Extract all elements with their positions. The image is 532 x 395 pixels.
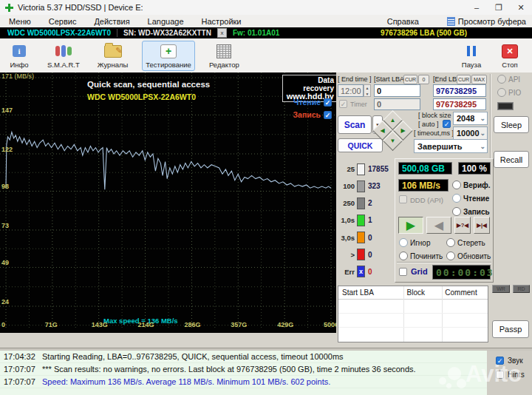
- legend-read[interactable]: Чтение✓: [293, 98, 332, 107]
- toolbar-button-label: S.M.A.R.T: [47, 61, 80, 69]
- x-axis-tick: 286G: [184, 321, 200, 328]
- hints-toggle[interactable]: Hints: [496, 371, 532, 379]
- smart-icon: [53, 43, 74, 59]
- action-radio-label: Обновить: [457, 252, 491, 260]
- sleep-button[interactable]: Sleep: [494, 116, 529, 133]
- block-size-select[interactable]: 2048⌄: [453, 112, 488, 125]
- recall-button[interactable]: Recall: [494, 151, 529, 168]
- журналы-toolbar-button[interactable]: Журналы: [94, 41, 132, 71]
- action-radio-0[interactable]: Игнор: [399, 238, 430, 247]
- legend-checkbox[interactable]: ✓: [324, 111, 332, 119]
- histogram-color-block: [357, 198, 365, 209]
- редактор-toolbar-button[interactable]: Редактор: [205, 41, 243, 71]
- histogram-color-block: [357, 232, 365, 243]
- menu-item-0[interactable]: Меню: [0, 17, 40, 26]
- defect-table[interactable]: Start LBABlockComment: [338, 286, 488, 342]
- action-radio-circle: [446, 251, 455, 260]
- start-lba-cur-button[interactable]: CUR: [403, 75, 417, 84]
- x-axis-tick: 357G: [231, 321, 247, 328]
- end-lba-cur-button[interactable]: CUR: [457, 75, 471, 84]
- end-lba-max-button[interactable]: MAX: [471, 75, 487, 84]
- log-message: *** Scan results: no warnings, no errors…: [42, 365, 416, 374]
- end-lba-input[interactable]: 976738295: [433, 84, 486, 97]
- action-radio-circle: [399, 238, 408, 247]
- menu-item-4[interactable]: Настройки: [193, 17, 250, 26]
- after-action-value: Завершить: [417, 142, 463, 151]
- menu-buffer-view[interactable]: Просмотр буфера: [447, 17, 532, 26]
- start-lba-zero-button[interactable]: 0: [418, 75, 429, 84]
- menu-help[interactable]: Справка: [378, 17, 428, 26]
- x-axis-tick: 71G: [45, 321, 58, 328]
- toolbar-button-label: Редактор: [209, 61, 239, 69]
- mode-radio-label: Вериф.: [463, 181, 491, 189]
- x-axis-tick: 143G: [92, 321, 108, 328]
- passport-button[interactable]: Passp: [492, 320, 529, 338]
- стоп-toolbar-button[interactable]: ✕Стоп: [496, 41, 524, 71]
- end-time-label: [ End time ]: [338, 75, 372, 83]
- mode-radio-circle: [452, 207, 461, 216]
- panel-groove: [397, 262, 491, 263]
- action-radio-circle: [446, 238, 455, 247]
- s.m.a.r.t-toolbar-button[interactable]: S.M.A.R.T: [44, 41, 83, 71]
- legend-checkbox[interactable]: ✓: [324, 98, 332, 107]
- back-button[interactable]: ◀: [426, 217, 451, 234]
- quick-button[interactable]: QUICK: [338, 138, 383, 152]
- инфо-toolbar-button[interactable]: iИнфо: [5, 41, 33, 71]
- action-radio-3[interactable]: Обновить: [446, 251, 491, 260]
- minimize-button[interactable]: –: [466, 0, 488, 15]
- histogram-label: Err: [337, 268, 355, 276]
- log-timestamp: 17:07:07: [0, 377, 42, 386]
- menu-items: МенюСервисДействияLanguageНастройки: [0, 17, 250, 26]
- play-button[interactable]: ▶: [398, 217, 423, 234]
- end-lba-input-2[interactable]: 976738295: [433, 98, 486, 110]
- pio-radio[interactable]: PIO: [497, 88, 521, 97]
- histogram-label: 1,0s: [337, 216, 355, 224]
- toolbar-button-label: Инфо: [10, 61, 28, 69]
- play-icon: ▶: [406, 218, 415, 232]
- timeout-select[interactable]: 10000⌄: [453, 126, 488, 140]
- hints-label: Hints: [508, 371, 525, 379]
- end-time-spin-arrows[interactable]: ▲▼: [364, 84, 371, 97]
- logs-icon: [103, 43, 123, 59]
- maximize-button[interactable]: ❐: [488, 0, 510, 15]
- sound-toggle[interactable]: ✓ Звук: [496, 357, 532, 365]
- buffer-list-icon: [447, 17, 455, 26]
- legend-write[interactable]: Запись✓: [293, 110, 332, 119]
- start-lba-input[interactable]: 0: [374, 84, 420, 97]
- action-radio-1[interactable]: Стереть: [446, 238, 485, 247]
- grid-checkbox[interactable]: [399, 268, 407, 276]
- histogram-row: Errx0: [337, 265, 395, 279]
- menu-buffer-label: Просмотр буфера: [458, 17, 526, 26]
- device-serial: SN: WD-WX32A62KXTTN: [123, 29, 211, 37]
- log-panel[interactable]: 17:04:32Starting Reading, LBA=0..9767382…: [0, 351, 488, 395]
- action-radio-label: Стереть: [457, 239, 485, 247]
- menu-bar: МенюСервисДействияLanguageНастройки Спра…: [0, 15, 532, 28]
- menu-item-3[interactable]: Language: [139, 17, 193, 26]
- тестирование-toolbar-button[interactable]: +Тестирование: [142, 41, 195, 71]
- start-lba-input-2[interactable]: 0: [374, 98, 420, 110]
- timer-checkbox[interactable]: ✓: [339, 100, 347, 108]
- device-tab-close-icon[interactable]: x: [217, 28, 227, 38]
- action-radio-2[interactable]: Починить: [399, 251, 443, 260]
- scan-button[interactable]: Scan: [338, 115, 372, 134]
- jump-error-button[interactable]: ▶?◀: [454, 217, 471, 234]
- after-action-select[interactable]: Завершить⌄: [414, 139, 488, 153]
- mode-radio-1[interactable]: Чтение: [452, 194, 489, 203]
- menu-item-2[interactable]: Действия: [85, 17, 138, 26]
- auto-checkbox[interactable]: ✓: [443, 120, 451, 128]
- device-model[interactable]: WDC WD5000LPSX-22A6WT0: [7, 29, 111, 37]
- pio-label: PIO: [508, 89, 521, 97]
- ddd-checkbox[interactable]: [399, 195, 407, 203]
- menu-item-1[interactable]: Сервис: [40, 17, 86, 26]
- api-radio[interactable]: API: [497, 75, 520, 84]
- end-time-spinner[interactable]: 12:00: [338, 84, 364, 97]
- histogram-row: 2502: [337, 196, 395, 210]
- auto-label: [ auto ]: [418, 121, 439, 128]
- toolbar-button-label: Стоп: [502, 61, 518, 69]
- mode-radio-0[interactable]: Вериф.: [452, 180, 491, 189]
- пауза-toolbar-button[interactable]: Пауза: [457, 41, 485, 71]
- histogram-count: 17855: [368, 165, 389, 173]
- close-button[interactable]: ✕: [510, 0, 532, 15]
- jump-end-button[interactable]: ▶|◀: [474, 217, 490, 234]
- mode-radio-2[interactable]: Запись: [452, 207, 490, 216]
